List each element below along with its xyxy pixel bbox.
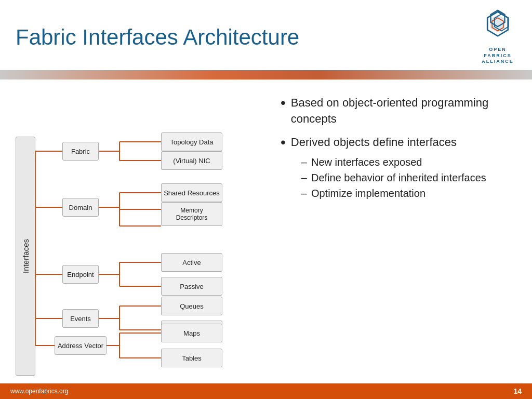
footer-page: 14	[513, 387, 522, 395]
interfaces-label-box: Interfaces	[16, 137, 35, 376]
sub-dash-3: –	[301, 185, 307, 201]
logo-icon	[479, 9, 516, 47]
tables-box: Tables	[161, 349, 222, 367]
sub-bullet-1: – New interfaces exposed	[301, 154, 486, 170]
bullet-content: • Based on object-oriented programming c…	[270, 90, 516, 390]
passive-box: Passive	[161, 277, 222, 296]
queues-box: Queues	[161, 297, 222, 315]
diagram-lines	[10, 90, 265, 381]
bullet-1-text: Based on object-oriented programming con…	[291, 95, 516, 127]
decorative-bar	[0, 70, 532, 79]
maps-box: Maps	[161, 324, 222, 342]
sub-bullet-3: – Optimize implementation	[301, 185, 486, 201]
bullet-2: • Derived objects define interfaces – Ne…	[281, 135, 516, 202]
events-box: Events	[62, 309, 99, 328]
footer: www.openfabrics.org 14	[0, 383, 532, 399]
memory-descriptors-box: MemoryDescriptors	[161, 202, 222, 226]
domain-box: Domain	[62, 198, 99, 217]
topology-data-box: Topology Data	[161, 132, 222, 151]
endpoint-box: Endpoint	[62, 265, 99, 284]
sub-bullet-2: – Define behavior of inherited interface…	[301, 170, 486, 185]
header: Fabric Interfaces Architecture OPEN FABR…	[0, 0, 532, 70]
bullet-2-dot: •	[281, 135, 286, 202]
logo-text: OPEN FABRICS ALLIANCE	[482, 47, 514, 65]
bullet-1-dot: •	[281, 95, 286, 127]
sub-bullet-2-text: Define behavior of inherited interfaces	[311, 170, 486, 185]
sub-bullet-1-text: New interfaces exposed	[311, 154, 422, 170]
sub-dash-1: –	[301, 154, 307, 170]
sub-bullet-3-text: Optimize implementation	[311, 185, 425, 201]
sub-dash-2: –	[301, 170, 307, 185]
shared-resources-box: Shared Resources	[161, 183, 222, 202]
address-vector-box: Address Vector	[55, 336, 107, 355]
bullet-1: • Based on object-oriented programming c…	[281, 95, 516, 127]
logo: OPEN FABRICS ALLIANCE	[479, 9, 516, 65]
footer-url: www.openfabrics.org	[10, 388, 68, 395]
architecture-diagram: Interfaces Fabric Domain Endpoint Events…	[10, 90, 265, 390]
active-box: Active	[161, 253, 222, 272]
bullet-2-block: Derived objects define interfaces – New …	[291, 135, 486, 202]
sub-bullets: – New interfaces exposed – Define behavi…	[301, 154, 486, 201]
bullet-2-text: Derived objects define interfaces	[291, 136, 457, 149]
virtual-nic-box: (Virtual) NIC	[161, 151, 222, 170]
main-content: Interfaces Fabric Domain Endpoint Events…	[0, 79, 532, 395]
page-title: Fabric Interfaces Architecture	[16, 25, 299, 50]
fabric-box: Fabric	[62, 142, 99, 161]
